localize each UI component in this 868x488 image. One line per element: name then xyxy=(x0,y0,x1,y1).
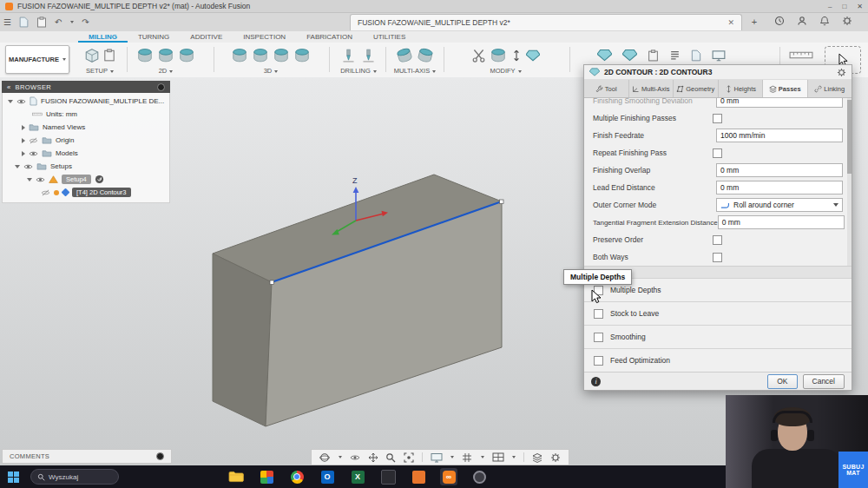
browser-options-icon[interactable] xyxy=(157,83,165,91)
expander-icon[interactable] xyxy=(22,125,25,130)
stock-icon[interactable] xyxy=(103,49,115,62)
setup4-badge[interactable]: Setup4 xyxy=(62,175,91,184)
pan-icon[interactable] xyxy=(368,452,378,463)
workspace-selector[interactable]: MANUFACTURE xyxy=(5,45,69,74)
redo-icon[interactable]: ↷ xyxy=(82,18,89,27)
dialog-scrollbar[interactable] xyxy=(847,98,852,266)
scene-settings-icon[interactable] xyxy=(550,452,561,463)
maximize-button[interactable]: □ xyxy=(842,3,846,10)
minimize-button[interactable]: – xyxy=(828,3,832,10)
trim-scissors-icon[interactable] xyxy=(471,48,486,63)
finishing-smoothing-deviation-input[interactable]: 0 mm xyxy=(716,98,843,108)
close-button[interactable]: ✕ xyxy=(857,3,863,10)
feed-optimization-checkbox[interactable] xyxy=(594,356,603,366)
dialog-tab-multi-axis[interactable]: Multi-Axis xyxy=(629,80,674,97)
smoothing-checkbox[interactable] xyxy=(594,333,603,342)
tree-item-document-root[interactable]: FUSION FAZOWANIE_MULTIPLE DE... xyxy=(3,95,169,108)
cancel-button[interactable]: Cancel xyxy=(803,374,845,389)
regenerate-icon[interactable] xyxy=(95,175,104,184)
orbit-dropdown-icon[interactable] xyxy=(339,456,342,458)
grid-dropdown-icon[interactable] xyxy=(481,456,484,458)
display-settings-icon[interactable] xyxy=(431,452,443,463)
start-button[interactable] xyxy=(8,472,19,483)
taskbar-photos-icon[interactable] xyxy=(258,468,275,485)
collapse-panel-icon[interactable]: « xyxy=(7,83,11,91)
visibility-eye-icon[interactable] xyxy=(29,137,38,144)
zoom-window-icon[interactable] xyxy=(404,452,414,463)
expander-icon[interactable] xyxy=(27,178,32,181)
document-tab[interactable]: FUSION FAZOWANIE_MULTIPLE DEPTH v2* ✕ xyxy=(350,14,742,30)
viewports-icon[interactable] xyxy=(492,452,504,462)
expander-icon[interactable] xyxy=(22,151,25,156)
taskbar-chrome-icon[interactable] xyxy=(288,468,306,485)
taskbar-fusion-icon[interactable]: ∞ xyxy=(440,468,457,485)
both-ways-checkbox[interactable] xyxy=(713,253,722,262)
taskbar-file-explorer-icon[interactable] xyxy=(227,468,245,485)
dialog-settings-gear-icon[interactable] xyxy=(837,68,846,77)
dialog-tab-linking[interactable]: Linking xyxy=(808,80,852,97)
stock-extend-icon[interactable] xyxy=(490,47,507,63)
contour3-badge[interactable]: [T4] 2D Contour3 xyxy=(72,188,131,197)
generate-icon[interactable] xyxy=(597,49,612,62)
tab-utilities[interactable]: UTILITIES xyxy=(363,32,416,43)
display-dropdown-icon[interactable] xyxy=(450,456,454,458)
save-icon[interactable] xyxy=(36,16,47,28)
scrollbar-thumb[interactable] xyxy=(847,100,852,174)
model-left-face[interactable] xyxy=(213,254,272,426)
dialog-tab-passes[interactable]: Passes xyxy=(763,80,808,97)
tab-milling[interactable]: MILLING xyxy=(78,32,128,43)
adaptive-clearing-icon[interactable] xyxy=(231,47,248,63)
taskbar-excel-icon[interactable]: X xyxy=(349,468,366,485)
simulate-icon[interactable] xyxy=(622,49,637,62)
finishing-overlap-input[interactable]: 0 mm xyxy=(716,163,843,177)
modify-gem-icon[interactable] xyxy=(526,49,540,62)
comments-bar[interactable]: COMMENTS xyxy=(2,449,172,464)
2d-face-icon[interactable] xyxy=(136,47,154,63)
tree-item-2d-contour3[interactable]: [T4] 2D Contour3 xyxy=(3,186,169,199)
multiple-finishing-passes-checkbox[interactable] xyxy=(713,114,722,123)
dialog-tab-tool[interactable]: Tool xyxy=(584,80,629,97)
orbit-icon[interactable] xyxy=(319,452,330,463)
look-at-icon[interactable] xyxy=(350,454,360,461)
user-account-icon[interactable] xyxy=(797,16,807,26)
ok-button[interactable]: OK xyxy=(767,374,797,389)
close-tab-icon[interactable]: ✕ xyxy=(727,18,734,27)
pocket-clearing-icon[interactable] xyxy=(252,47,269,63)
zoom-icon[interactable] xyxy=(385,452,396,463)
taskbar-dark-app-icon[interactable] xyxy=(379,468,397,485)
undo-dropdown-icon[interactable] xyxy=(70,21,74,23)
machine-display-icon[interactable] xyxy=(712,49,726,62)
visibility-eye-icon[interactable] xyxy=(23,163,33,170)
contour-3d-icon[interactable] xyxy=(293,47,311,63)
preserve-order-checkbox[interactable] xyxy=(713,235,722,245)
tree-item-origin[interactable]: Origin xyxy=(3,134,169,147)
group-smoothing[interactable]: Smoothing xyxy=(584,325,852,348)
info-icon[interactable]: i xyxy=(591,377,601,386)
setup-sheet-icon[interactable] xyxy=(669,49,681,61)
expander-icon[interactable] xyxy=(22,138,25,143)
tab-fabrication[interactable]: FABRICATION xyxy=(296,32,363,43)
tree-item-setup4[interactable]: Setup4 xyxy=(3,173,169,186)
multiaxis-contour-icon[interactable] xyxy=(415,45,436,65)
2d-contour-icon[interactable] xyxy=(178,47,195,63)
taskbar-search[interactable]: Wyszukaj xyxy=(30,469,119,485)
tree-item-units[interactable]: Units: mm xyxy=(3,108,169,121)
visibility-eye-icon[interactable] xyxy=(16,98,26,105)
tree-item-setups[interactable]: Setups xyxy=(3,160,169,173)
new-tab-button[interactable]: + xyxy=(748,16,760,28)
visibility-eye-icon[interactable] xyxy=(36,176,45,183)
browser-header[interactable]: « BROWSER xyxy=(2,81,170,93)
tree-item-models[interactable]: Models xyxy=(3,147,169,160)
lead-end-distance-input[interactable]: 0 mm xyxy=(716,181,843,195)
visibility-eye-icon[interactable] xyxy=(29,150,38,157)
undo-icon[interactable]: ↶ xyxy=(55,18,62,27)
dialog-tab-heights[interactable]: Heights xyxy=(719,80,764,97)
edit-heights-icon[interactable] xyxy=(510,49,523,62)
viewports-dropdown-icon[interactable] xyxy=(512,456,516,458)
post-process-icon[interactable] xyxy=(648,49,659,62)
swarf-icon[interactable] xyxy=(394,44,416,65)
taskbar-orange-app-icon[interactable] xyxy=(410,468,427,485)
tab-additive[interactable]: ADDITIVE xyxy=(180,32,233,43)
taskbar-camera-app-icon[interactable] xyxy=(470,468,488,485)
repeat-finishing-pass-checkbox[interactable] xyxy=(713,148,722,158)
